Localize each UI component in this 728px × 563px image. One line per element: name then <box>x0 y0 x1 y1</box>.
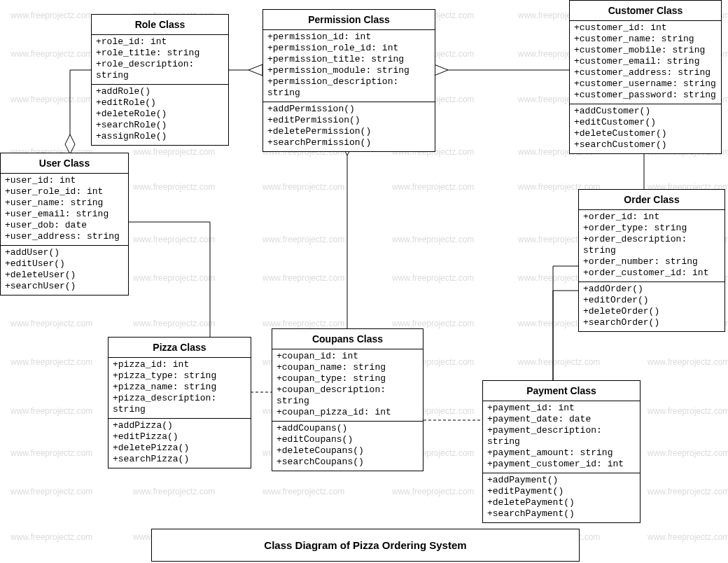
op: +searchPermission() <box>267 137 430 148</box>
attr: +user_id: int <box>5 175 124 186</box>
class-attrs: +user_id: int +user_role_id: int +user_n… <box>1 174 128 246</box>
op: +deletePermission() <box>267 126 430 137</box>
attr: +user_email: string <box>5 209 124 220</box>
op: +addPayment() <box>487 475 636 486</box>
attr: +pizza_description: string <box>113 393 246 415</box>
op: +addOrder() <box>583 284 720 295</box>
attr: +user_role_id: int <box>5 186 124 197</box>
attr: +payment_amount: string <box>487 447 636 459</box>
op: +editUser() <box>5 258 124 270</box>
class-attrs: +pizza_id: int +pizza_type: string +pizz… <box>108 358 251 419</box>
class-attrs: +coupan_id: int +coupan_name: string +co… <box>272 349 423 422</box>
class-attrs: +customer_id: int +customer_name: string… <box>570 21 721 104</box>
class-attrs: +payment_id: int +payment_date: date +pa… <box>483 401 640 473</box>
op: +editPermission() <box>267 115 430 126</box>
svg-marker-4 <box>65 134 75 154</box>
class-attrs: +role_id: int +role_title: string +role_… <box>92 35 228 85</box>
class-coupans: Coupans Class +coupan_id: int +coupan_na… <box>272 328 424 471</box>
attr: +order_description: string <box>583 234 720 256</box>
class-attrs: +order_id: int +order_type: string +orde… <box>579 210 724 282</box>
attr: +pizza_id: int <box>113 359 246 370</box>
op: +addCustomer() <box>574 106 717 117</box>
class-ops: +addCoupans() +editCoupans() +deleteCoup… <box>272 422 423 471</box>
attr: +payment_date: date <box>487 414 636 425</box>
op: +searchCustomer() <box>574 139 717 151</box>
attr: +order_type: string <box>583 223 720 234</box>
op: +addPizza() <box>113 420 246 431</box>
attr: +customer_email: string <box>574 56 717 67</box>
class-ops: +addUser() +editUser() +deleteUser() +se… <box>1 246 128 295</box>
op: +deletePayment() <box>487 497 636 508</box>
op: +searchCoupans() <box>276 457 419 468</box>
attr: +permission_description: string <box>267 76 430 99</box>
attr: +order_number: string <box>583 256 720 267</box>
class-title: Role Class <box>92 15 228 35</box>
class-title: Payment Class <box>483 381 640 401</box>
attr: +coupan_description: string <box>276 384 419 407</box>
attr: +customer_name: string <box>574 34 717 45</box>
class-order: Order Class +order_id: int +order_type: … <box>578 189 725 332</box>
diagram-title: Class Diagram of Pizza Ordering System <box>151 529 580 562</box>
attr: +payment_customer_id: int <box>487 459 636 470</box>
class-permission: Permission Class +permission_id: int +pe… <box>262 9 435 152</box>
attr: +customer_username: string <box>574 78 717 90</box>
attr: +permission_id: int <box>267 32 430 43</box>
attr: +user_name: string <box>5 197 124 209</box>
class-user: User Class +user_id: int +user_role_id: … <box>0 153 129 296</box>
attr: +pizza_type: string <box>113 370 246 382</box>
attr: +payment_description: string <box>487 425 636 447</box>
attr: +user_dob: date <box>5 220 124 231</box>
svg-marker-3 <box>434 64 448 76</box>
op: +deleteRole() <box>96 109 224 120</box>
op: +editOrder() <box>583 295 720 306</box>
op: +deleteCustomer() <box>574 128 717 139</box>
class-title: Permission Class <box>263 10 435 30</box>
attr: +pizza_name: string <box>113 382 246 393</box>
attr: +coupan_pizza_id: int <box>276 407 419 418</box>
op: +deleteCoupans() <box>276 445 419 457</box>
class-pizza: Pizza Class +pizza_id: int +pizza_type: … <box>108 337 251 468</box>
class-customer: Customer Class +customer_id: int +custom… <box>569 0 722 154</box>
class-ops: +addPayment() +editPayment() +deletePaym… <box>483 473 640 522</box>
op: +searchOrder() <box>583 317 720 328</box>
op: +addUser() <box>5 247 124 258</box>
attr: +order_customer_id: int <box>583 267 720 279</box>
op: +assignRole() <box>96 131 224 142</box>
attr: +customer_password: string <box>574 90 717 101</box>
attr: +permission_role_id: int <box>267 43 430 54</box>
attr: +permission_module: string <box>267 65 430 76</box>
class-title: Coupans Class <box>272 329 423 349</box>
class-title: User Class <box>1 153 128 174</box>
class-ops: +addRole() +editRole() +deleteRole() +se… <box>92 85 228 145</box>
op: +editCoupans() <box>276 434 419 445</box>
attr: +order_id: int <box>583 211 720 223</box>
class-title: Pizza Class <box>108 338 251 358</box>
attr: +coupan_name: string <box>276 362 419 373</box>
op: +deleteOrder() <box>583 306 720 317</box>
attr: +customer_address: string <box>574 67 717 78</box>
attr: +role_title: string <box>96 48 224 59</box>
class-ops: +addCustomer() +editCustomer() +deleteCu… <box>570 104 721 153</box>
op: +searchPizza() <box>113 454 246 465</box>
class-payment: Payment Class +payment_id: int +payment_… <box>482 380 640 523</box>
attr: +customer_mobile: string <box>574 45 717 56</box>
op: +editRole() <box>96 97 224 109</box>
class-attrs: +permission_id: int +permission_role_id:… <box>263 30 435 102</box>
attr: +coupan_id: int <box>276 351 419 362</box>
op: +editPizza() <box>113 431 246 443</box>
op: +addRole() <box>96 86 224 97</box>
op: +deleteUser() <box>5 270 124 281</box>
op: +addPermission() <box>267 104 430 115</box>
svg-marker-1 <box>248 64 262 76</box>
class-role: Role Class +role_id: int +role_title: st… <box>91 14 229 146</box>
attr: +user_address: string <box>5 231 124 242</box>
op: +editPayment() <box>487 486 636 497</box>
op: +searchPayment() <box>487 508 636 520</box>
class-title: Customer Class <box>570 1 721 21</box>
attr: +coupan_type: string <box>276 373 419 384</box>
class-title: Order Class <box>579 190 724 210</box>
attr: +permission_title: string <box>267 54 430 65</box>
class-ops: +addOrder() +editOrder() +deleteOrder() … <box>579 282 724 331</box>
op: +addCoupans() <box>276 423 419 434</box>
class-ops: +addPermission() +editPermission() +dele… <box>263 102 435 151</box>
